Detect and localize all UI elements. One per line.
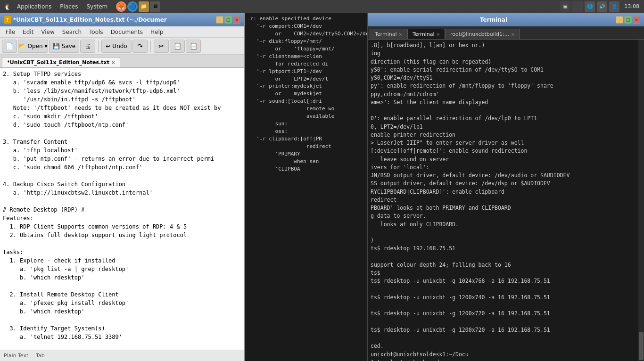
terminal-minimize-btn[interactable]: _ xyxy=(616,16,623,24)
terminal-tab-2-close[interactable]: × xyxy=(437,32,440,37)
clock: 13:08 xyxy=(621,3,642,9)
editor-toolbar: 📄 📂 Open ▾ 💾 Save 🖨 ↩ Undo ↷ ✂ 📋 📋 xyxy=(0,38,244,55)
terminal-content[interactable]: .8], b[roadband], l[an] or hex nr.) ing … xyxy=(368,40,644,361)
undo-button[interactable]: ↩ Undo xyxy=(101,40,132,53)
terminal-tabs: Terminal × Terminal × root@linuxcbtbuild… xyxy=(368,26,644,40)
file-menu[interactable]: File xyxy=(2,28,19,36)
editor-maximize-btn[interactable]: □ xyxy=(224,16,232,24)
terminal-titlebar: Terminal _ □ × xyxy=(368,13,644,26)
tray-icon-1 xyxy=(572,1,583,12)
terminal-tab-1-close[interactable]: × xyxy=(399,32,403,37)
terminal-tab-2[interactable]: Terminal × xyxy=(407,29,445,39)
browser-icon[interactable]: 🔵 xyxy=(127,1,138,12)
network-icon: 🌐 xyxy=(585,1,595,12)
toolbar-sep-1 xyxy=(98,41,99,52)
terminal-tab-3-label: root@linuxcbtbuild1:... xyxy=(450,31,509,37)
system-bar-left: 🐧 Applications Places System 🦊 🔵 📁 🖥 xyxy=(2,1,160,12)
editor-content[interactable]: 2. Setup TFTPD services a. 'svcadm enabl… xyxy=(0,68,244,350)
terminal-tab-1[interactable]: Terminal × xyxy=(370,29,407,39)
editor-tab-label: *UnixCBT_Sol11x_Edition_Notes.txt xyxy=(7,59,109,66)
format-label: Plain Text xyxy=(4,353,28,359)
middle-terminal-content: -r: enable specified device '-r comport:… xyxy=(247,16,368,172)
save-button[interactable]: 💾 Save xyxy=(49,40,79,53)
terminal-close-btn[interactable]: × xyxy=(633,16,640,24)
screen-icon: ▣ xyxy=(560,1,570,12)
editor-window-controls: _ □ × xyxy=(216,16,240,24)
edit-menu[interactable]: Edit xyxy=(19,28,37,36)
documents-menu[interactable]: Documents xyxy=(107,28,147,36)
paste-button[interactable]: 📋 xyxy=(186,40,201,53)
volume-icon: 🔊 xyxy=(597,1,607,12)
view-menu[interactable]: View xyxy=(37,28,58,36)
terminal-scrollbar[interactable] xyxy=(638,40,644,361)
editor-minimize-btn[interactable]: _ xyxy=(216,16,223,24)
firefox-icon[interactable]: 🦊 xyxy=(116,1,126,12)
terminal-icon[interactable]: 🖥 xyxy=(150,1,160,12)
editor-icon: T xyxy=(4,16,11,24)
system-bar: 🐧 Applications Places System 🦊 🔵 📁 🖥 ▣ 🌐… xyxy=(0,0,644,13)
system-menu[interactable]: System xyxy=(83,2,111,11)
editor-menubar: File Edit View Search Tools Documents He… xyxy=(0,26,244,38)
encoding-label: Tab xyxy=(36,353,45,359)
terminal-tab-3[interactable]: root@linuxcbtbuild1:... × xyxy=(445,29,520,39)
editor-title: *UnixCBT_Sol11x_Edition_Notes.txt (~./Do… xyxy=(13,16,214,23)
editor-titlebar: T *UnixCBT_Sol11x_Edition_Notes.txt (~./… xyxy=(0,13,244,26)
text-editor: T *UnixCBT_Sol11x_Edition_Notes.txt (~./… xyxy=(0,13,245,361)
new-button[interactable]: 📄 xyxy=(2,40,17,53)
editor-tab-close[interactable]: × xyxy=(111,60,115,65)
linux-icon: 🐧 xyxy=(2,1,12,12)
toolbar-sep-2 xyxy=(150,41,151,52)
copy-button[interactable]: 📋 xyxy=(170,40,185,53)
folder-icon[interactable]: 📁 xyxy=(139,1,149,12)
terminal-title: Terminal xyxy=(372,16,616,23)
system-tray: ▣ 🌐 🔊 👤 13:08 xyxy=(560,1,642,12)
applications-menu[interactable]: Applications xyxy=(13,2,55,11)
editor-close-btn[interactable]: × xyxy=(233,16,240,24)
redo-button[interactable]: ↷ xyxy=(132,40,148,53)
terminal-tab-3-close[interactable]: × xyxy=(511,32,515,37)
terminal-tab-1-label: Terminal xyxy=(375,31,397,37)
terminal-panel: Terminal _ □ × Terminal × Terminal × roo… xyxy=(368,13,644,361)
terminal-content-wrapper: .8], b[roadband], l[an] or hex nr.) ing … xyxy=(368,40,644,361)
editor-tabs: *UnixCBT_Sol11x_Edition_Notes.txt × xyxy=(0,55,244,68)
middle-terminal: -r: enable specified device '-r comport:… xyxy=(245,13,368,361)
scrollbar-thumb[interactable] xyxy=(639,332,644,360)
help-menu[interactable]: Help xyxy=(147,28,167,36)
main-layout: T *UnixCBT_Sol11x_Edition_Notes.txt (~./… xyxy=(0,13,644,361)
print-button[interactable]: 🖨 xyxy=(80,40,95,53)
terminal-window-controls: _ □ × xyxy=(616,16,640,24)
search-menu[interactable]: Search xyxy=(58,28,85,36)
tools-menu[interactable]: Tools xyxy=(85,28,107,36)
user-icon: 👤 xyxy=(609,1,619,12)
cut-button[interactable]: ✂ xyxy=(154,40,169,53)
editor-tab-main[interactable]: *UnixCBT_Sol11x_Edition_Notes.txt × xyxy=(2,57,120,67)
places-menu[interactable]: Places xyxy=(56,2,82,11)
terminal-tab-2-label: Terminal xyxy=(413,31,435,37)
editor-statusbar: Plain Text Tab xyxy=(0,350,244,361)
open-button[interactable]: 📂 Open ▾ xyxy=(18,40,48,53)
terminal-maximize-btn[interactable]: □ xyxy=(624,16,632,24)
